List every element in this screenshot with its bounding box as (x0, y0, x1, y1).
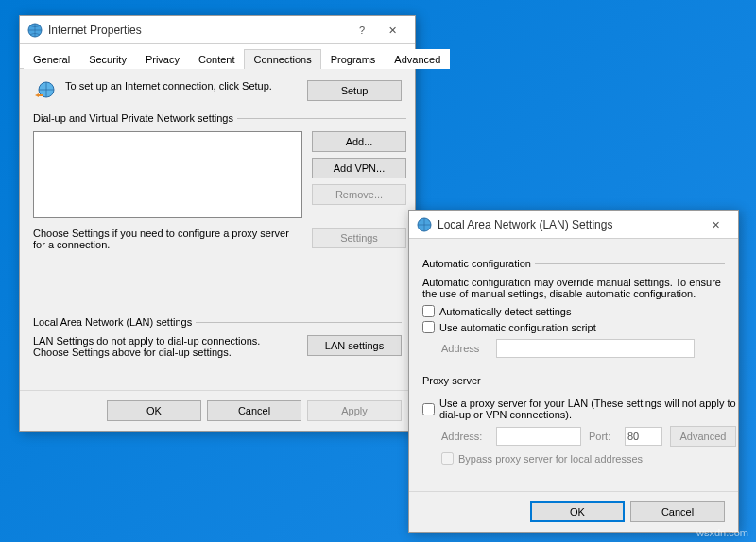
cancel-button[interactable]: Cancel (630, 501, 725, 522)
dialog-footer: OK Cancel Apply (20, 390, 415, 431)
auto-config-note: Automatic configuration may override man… (422, 277, 725, 299)
lan-content: Automatic configuration Automatic config… (409, 239, 738, 491)
dialup-group: Dial-up and Virtual Private Network sett… (33, 112, 406, 263)
auto-script-label: Use automatic configuration script (439, 322, 596, 333)
settings-button[interactable]: Settings (312, 228, 406, 248)
ok-button[interactable]: OK (530, 501, 625, 522)
remove-button[interactable]: Remove... (312, 184, 406, 205)
proxy-group: Proxy server Use a proxy server for your… (422, 375, 736, 472)
tab-strip: General Security Privacy Content Connect… (20, 44, 415, 69)
lan-settings-button[interactable]: LAN settings (307, 335, 402, 356)
proxy-address-label: Address: (441, 431, 489, 442)
ok-button[interactable]: OK (107, 400, 201, 421)
internet-globe-icon (417, 217, 432, 232)
proxy-port-input[interactable] (625, 427, 662, 446)
script-address-row: Address (441, 339, 725, 358)
proxy-port-label: Port: (589, 431, 617, 442)
proxy-address-row: Address: Port: Advanced (441, 426, 736, 447)
bypass-label: Bypass proxy server for local addresses (458, 453, 643, 465)
connections-listbox[interactable] (33, 131, 302, 218)
script-address-input[interactable] (496, 339, 695, 358)
auto-detect-row: Automatically detect settings (422, 305, 725, 317)
window-title: Local Area Network (LAN) Settings (438, 218, 700, 231)
auto-detect-checkbox[interactable] (422, 305, 435, 317)
close-button[interactable]: ✕ (700, 214, 730, 235)
svg-rect-2 (38, 94, 43, 96)
proxy-group-label: Proxy server (422, 375, 485, 386)
tab-privacy[interactable]: Privacy (136, 49, 189, 69)
internet-globe-icon (27, 23, 43, 38)
apply-button[interactable]: Apply (307, 400, 402, 421)
tab-security[interactable]: Security (79, 49, 136, 69)
titlebar: Internet Properties ? ✕ (20, 16, 415, 44)
script-address-label: Address (441, 343, 489, 354)
help-button[interactable]: ? (347, 20, 377, 41)
cancel-button[interactable]: Cancel (207, 400, 301, 421)
advanced-button[interactable]: Advanced (670, 426, 736, 447)
tab-content[interactable]: Content (189, 49, 245, 69)
proxy-address-input[interactable] (496, 427, 581, 446)
dialog-footer: OK Cancel (409, 491, 738, 532)
lan-group-label: Local Area Network (LAN) settings (33, 316, 196, 328)
tab-content-area: To set up an Internet connection, click … (20, 69, 415, 390)
bypass-row: Bypass proxy server for local addresses (441, 452, 736, 465)
titlebar: Local Area Network (LAN) Settings ✕ (409, 211, 738, 239)
use-proxy-label: Use a proxy server for your LAN (These s… (439, 398, 736, 420)
add-button[interactable]: Add... (312, 131, 406, 152)
auto-config-label: Automatic configuration (422, 258, 535, 269)
tab-general[interactable]: General (24, 49, 79, 69)
setup-text: To set up an Internet connection, click … (65, 80, 298, 92)
auto-config-group: Automatic configuration Automatic config… (422, 258, 725, 367)
window-title: Internet Properties (48, 24, 347, 37)
tab-connections[interactable]: Connections (244, 49, 320, 69)
globe-arrow-icon (33, 80, 56, 103)
auto-script-row: Use automatic configuration script (422, 321, 725, 333)
use-proxy-checkbox[interactable] (422, 403, 435, 415)
lan-settings-window: Local Area Network (LAN) Settings ✕ Auto… (408, 210, 739, 533)
add-vpn-button[interactable]: Add VPN... (312, 158, 406, 178)
proxy-note: Choose Settings if you need to configure… (33, 228, 302, 250)
lan-group: Local Area Network (LAN) settings LAN Se… (33, 316, 402, 371)
bypass-checkbox[interactable] (441, 452, 454, 465)
use-proxy-row: Use a proxy server for your LAN (These s… (422, 398, 736, 420)
tab-advanced[interactable]: Advanced (385, 49, 450, 69)
dialup-group-label: Dial-up and Virtual Private Network sett… (33, 112, 237, 124)
tab-programs[interactable]: Programs (321, 49, 386, 69)
auto-script-checkbox[interactable] (422, 321, 435, 333)
close-button[interactable]: ✕ (377, 20, 407, 41)
lan-note: LAN Settings do not apply to dial-up con… (33, 335, 298, 358)
setup-button[interactable]: Setup (307, 80, 402, 101)
auto-detect-label: Automatically detect settings (439, 306, 571, 317)
internet-properties-window: Internet Properties ? ✕ General Security… (19, 15, 416, 432)
watermark: wsxdn.com (696, 527, 748, 538)
